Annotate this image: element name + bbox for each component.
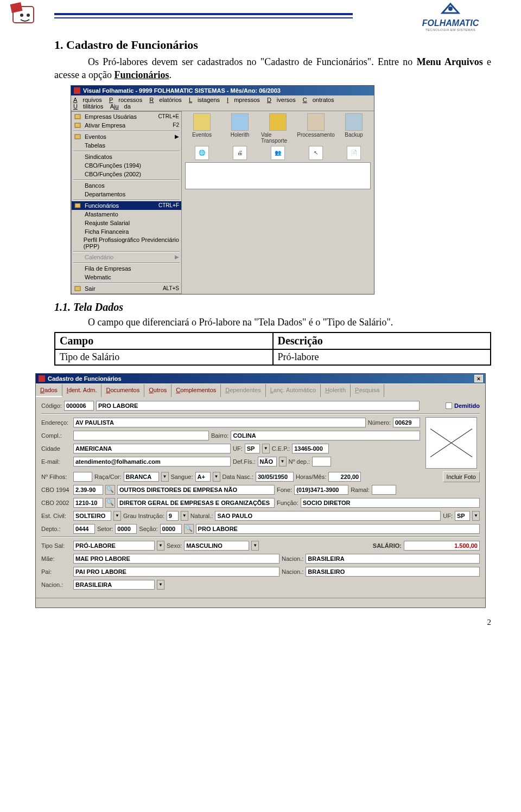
toolbar-button[interactable]: 📄	[337, 146, 371, 160]
dropdown-icon[interactable]: ▼	[472, 511, 480, 521]
menu-item[interactable]: Ajuda	[110, 103, 131, 110]
menu-item[interactable]: Empresas UsuáriasCTRL+E	[72, 112, 181, 121]
codigo-field[interactable]: 000006	[64, 401, 94, 411]
tab[interactable]: Complementos	[171, 384, 221, 397]
dropdown-icon[interactable]: ▼	[213, 472, 220, 482]
dropdown-icon[interactable]: ▼	[262, 444, 270, 453]
menu-item[interactable]: Utilitários	[73, 103, 103, 110]
salario-label: SALÁRIO:	[373, 542, 402, 549]
ramal-field[interactable]	[372, 485, 396, 495]
menu-item[interactable]: Perfil Profissiográfico Previdenciário (…	[72, 236, 181, 250]
menu-item[interactable]: CBO/Funções (1994)	[72, 161, 181, 170]
depto-desc-field[interactable]: PRO LABORE	[196, 524, 480, 534]
toolbar-button[interactable]: ↖	[299, 146, 333, 160]
depto-field[interactable]: 0444	[73, 524, 95, 534]
menu-item[interactable]: Contratos	[303, 97, 334, 103]
sexo-field[interactable]: MASCULINO	[184, 541, 249, 551]
pai-field[interactable]: PAI PRO LABORE	[73, 567, 279, 577]
menu-item[interactable]: Ativar EmpresaF2	[72, 121, 181, 130]
menu-item[interactable]: Listagens	[189, 97, 220, 103]
tab[interactable]: Documentos	[101, 384, 144, 397]
toolbar-button[interactable]: Backup	[337, 113, 371, 138]
toolbar-button[interactable]: Processamento	[299, 113, 333, 138]
menu-item[interactable]: Webmatic	[72, 273, 181, 282]
menu-item[interactable]: Fila de Empresas	[72, 264, 181, 273]
lookup-icon[interactable]: 🔍	[184, 524, 194, 534]
incluir-foto-button[interactable]: Incluir Foto	[443, 471, 480, 482]
funcao-field[interactable]: SOCIO DIRETOR	[301, 498, 480, 508]
cbo1994-code-field[interactable]: 2.39-90	[73, 485, 103, 495]
menu-item[interactable]: Diversos	[267, 97, 296, 103]
secao-field[interactable]: 0000	[160, 524, 182, 534]
menu-item[interactable]: CBO/Funções (2002)	[72, 170, 181, 178]
cbo2002-desc-field[interactable]: DIRETOR GERAL DE EMPRESAS E ORGANIZAÇÕES	[117, 498, 275, 508]
lookup-icon[interactable]: 🔍	[105, 485, 115, 495]
menu-item[interactable]: Relatórios	[149, 97, 182, 103]
menubar[interactable]: Arquivos Processos Relatórios Listagens …	[71, 95, 374, 111]
menu-item[interactable]: Tabelas	[72, 141, 181, 150]
tab[interactable]: Ident. Adm.	[62, 384, 102, 397]
sangue-field[interactable]: A+	[195, 472, 211, 482]
menu-item[interactable]: Departamentos	[72, 190, 181, 199]
menu-item[interactable]: Reajuste Salarial	[72, 219, 181, 227]
menu-item[interactable]: SairALT+S	[72, 284, 181, 293]
menu-item[interactable]: FuncionáriosCTRL+F	[72, 201, 181, 210]
dropdown-icon[interactable]: ▼	[279, 457, 287, 466]
cidade-field[interactable]: AMERICANA	[73, 444, 231, 453]
toolbar-button[interactable]: 🖨	[223, 146, 257, 160]
natural-field[interactable]: SAO PAULO	[215, 511, 441, 521]
numero-field[interactable]: 00629	[393, 418, 420, 427]
dropdown-icon[interactable]: ▼	[181, 511, 188, 521]
menu-item[interactable]: Arquivos	[73, 97, 102, 103]
fone-field[interactable]: (019)3471-3900	[294, 485, 348, 495]
dropdown-icon[interactable]: ▼	[157, 541, 164, 551]
cep-field[interactable]: 13465-000	[292, 444, 329, 453]
compl-field[interactable]	[73, 431, 209, 440]
salario-field[interactable]: 1.500,00	[404, 541, 480, 551]
menu-item[interactable]: Sindicatos	[72, 152, 181, 161]
estcivil-field[interactable]: SOLTEIRO	[73, 511, 111, 521]
dropdown-icon[interactable]: ▼	[113, 511, 121, 521]
grau-field[interactable]: 9	[167, 511, 179, 521]
menu-item[interactable]: Ficha Financeira	[72, 227, 181, 236]
toolbar-button[interactable]: Eventos	[185, 113, 219, 138]
close-icon[interactable]: ×	[474, 375, 483, 382]
datanasc-field[interactable]: 30/05/1950	[256, 472, 294, 482]
ndep-field[interactable]	[312, 457, 331, 466]
nacion-field[interactable]: BRASILEIRA	[73, 580, 155, 590]
dropdown-icon[interactable]: ▼	[161, 472, 169, 482]
email-field[interactable]: atendimento@folhamatic.com	[73, 457, 231, 466]
tiposal-field[interactable]: PRÓ-LABORE	[73, 541, 155, 551]
demitido-checkbox[interactable]	[446, 402, 452, 409]
setor-field[interactable]: 0000	[115, 524, 137, 534]
cbo2002-code-field[interactable]: 1210-10	[73, 498, 103, 508]
uf-field[interactable]: SP	[245, 444, 260, 453]
lookup-icon[interactable]: 🔍	[105, 498, 115, 508]
cbo1994-desc-field[interactable]: OUTROS DIRETORES DE EMPRESA NÃO CLASSIFI…	[117, 485, 275, 495]
menu-item[interactable]: Impressos	[227, 97, 260, 103]
dropdown-icon[interactable]: ▼	[251, 541, 259, 551]
endereco-field[interactable]: AV PAULISTA	[73, 418, 366, 427]
toolbar-button[interactable]: Vale Transporte	[261, 113, 295, 144]
menu-item[interactable]: Bancos	[72, 181, 181, 190]
toolbar-label: Processamento	[297, 132, 334, 138]
mae-field[interactable]: MAE PRO LABORE	[73, 554, 279, 564]
toolbar-button[interactable]: Holerith	[223, 113, 257, 138]
menu-item[interactable]: Eventos▶	[72, 132, 181, 141]
tab[interactable]: Dados	[36, 384, 62, 397]
horasmes-field[interactable]: 220,00	[328, 472, 361, 482]
toolbar-button[interactable]: 🌐	[185, 146, 219, 160]
menu-item[interactable]: Processos	[109, 97, 142, 103]
toolbar-button[interactable]: 👥	[261, 146, 295, 160]
menu-item[interactable]: Afastamento	[72, 210, 181, 219]
dropdown-icon[interactable]: ▼	[157, 580, 164, 590]
nfilhos-field[interactable]	[73, 472, 92, 482]
nome-field[interactable]: PRO LABORE	[96, 401, 420, 411]
raca-field[interactable]: BRANCA	[124, 472, 159, 482]
bairro-field[interactable]: COLINA	[231, 431, 420, 440]
tab[interactable]: Outros	[144, 384, 171, 397]
uf2-field[interactable]: SP	[455, 511, 470, 521]
deffis-field[interactable]: NÃO	[258, 457, 277, 466]
mae-nacion-field[interactable]: BRASILEIRA	[306, 554, 480, 564]
pai-nacion-field[interactable]: BRASILEIRO	[306, 567, 480, 577]
